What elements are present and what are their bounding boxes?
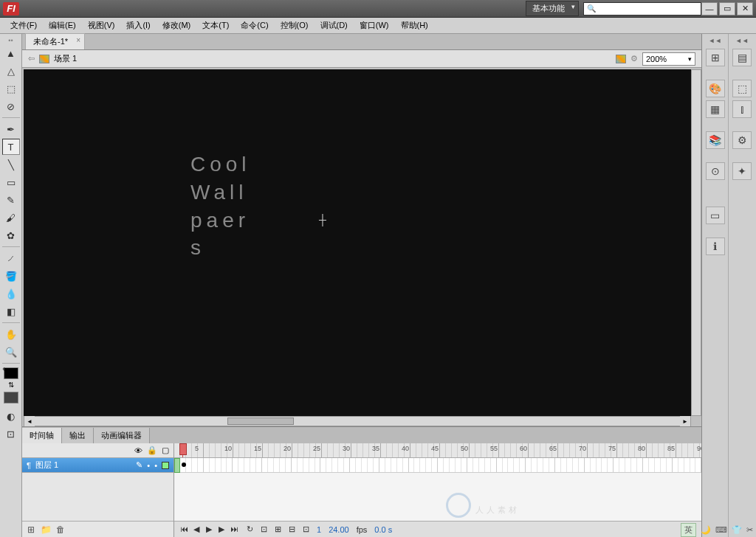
close-button[interactable]: ✕: [737, 2, 753, 15]
chevron-left-icon[interactable]: ◄◄: [729, 37, 755, 46]
text-tool[interactable]: T: [2, 139, 20, 155]
align-panel-icon[interactable]: ⫿: [732, 100, 752, 118]
ime-indicator[interactable]: 英: [681, 523, 696, 537]
minimize-button[interactable]: —: [701, 2, 718, 15]
menu-file[interactable]: 文件(F): [4, 18, 43, 32]
rectangle-tool[interactable]: ▭: [2, 174, 20, 190]
tray-icon[interactable]: ⌨: [715, 525, 727, 535]
onion-outlines-icon[interactable]: ⊞: [275, 524, 281, 534]
swatches-panel-icon[interactable]: ▦: [706, 100, 725, 118]
eyedropper-tool[interactable]: 💧: [2, 285, 20, 302]
close-icon[interactable]: ×: [76, 36, 80, 44]
menu-view[interactable]: 视图(V): [82, 18, 121, 32]
toolbox-handle[interactable]: ••: [8, 37, 13, 44]
menu-edit[interactable]: 编辑(E): [43, 18, 82, 32]
edit-symbols-icon[interactable]: ⚙: [630, 54, 638, 63]
selection-tool[interactable]: ▲: [2, 45, 20, 61]
scroll-left-icon[interactable]: ◄: [24, 416, 35, 426]
text-cursor-icon: ┼: [319, 214, 326, 226]
vertical-scrollbar[interactable]: [691, 69, 701, 416]
new-layer-icon[interactable]: ⊞: [25, 524, 37, 535]
fill-color-swatch[interactable]: [4, 392, 18, 403]
info-panel-icon[interactable]: ℹ: [706, 238, 725, 255]
black-white-icon[interactable]: ◐: [2, 408, 20, 424]
visibility-header-icon[interactable]: 👁: [134, 446, 142, 455]
color-panel-icon[interactable]: 🎨: [706, 80, 725, 97]
zoom-tool[interactable]: 🔍: [2, 344, 20, 360]
loop-icon[interactable]: ↻: [247, 524, 253, 534]
timeline-ruler[interactable]: 51015202530354045505560657075808590: [174, 443, 701, 458]
layer-name[interactable]: 图层 1: [35, 460, 58, 471]
workspace-dropdown[interactable]: 基本功能: [526, 1, 579, 16]
line-tool[interactable]: ╲: [2, 156, 20, 173]
scroll-right-icon[interactable]: ►: [680, 416, 690, 426]
tab-output[interactable]: 输出: [62, 428, 94, 443]
tab-motion-editor[interactable]: 动画编辑器: [94, 428, 150, 443]
center-frame-icon[interactable]: ⊡: [303, 524, 309, 534]
components-panel-icon[interactable]: ⚙: [732, 131, 752, 149]
menu-insert[interactable]: 插入(I): [120, 18, 156, 32]
tab-timeline[interactable]: 时间轴: [22, 428, 62, 443]
scrollbar-thumb[interactable]: [227, 418, 294, 425]
eraser-tool[interactable]: ◧: [2, 303, 20, 319]
hand-tool[interactable]: ✋: [2, 326, 20, 342]
maximize-button[interactable]: ▭: [719, 2, 735, 15]
transform-panel-icon[interactable]: ⬚: [732, 80, 752, 97]
new-folder-icon[interactable]: 📁: [40, 524, 52, 535]
horizontal-scrollbar[interactable]: ◄ ►: [24, 416, 691, 426]
outline-header-icon[interactable]: ▢: [162, 446, 169, 455]
search-input[interactable]: [599, 4, 698, 13]
menu-window[interactable]: 窗口(W): [354, 18, 395, 32]
deco-tool[interactable]: ✿: [2, 227, 20, 243]
delete-layer-icon[interactable]: 🗑: [55, 524, 66, 535]
menu-commands[interactable]: 命令(C): [235, 18, 274, 32]
properties-panel-icon[interactable]: ⊞: [706, 49, 725, 66]
outline-toggle[interactable]: [162, 462, 169, 469]
lasso-tool[interactable]: ⊘: [2, 98, 20, 114]
frames-row[interactable]: [174, 458, 701, 473]
project-panel-icon[interactable]: ▭: [706, 207, 725, 224]
menu-debug[interactable]: 调试(D): [315, 18, 354, 32]
stroke-color-swatch[interactable]: ✎: [4, 367, 18, 379]
snap-tool[interactable]: ⊡: [2, 426, 20, 442]
keyframe[interactable]: [174, 458, 180, 473]
menu-control[interactable]: 控制(O): [275, 18, 315, 32]
tray-icon[interactable]: 👕: [732, 525, 742, 535]
stage-text[interactable]: Cool Wall paer s: [190, 150, 251, 262]
tray-icon[interactable]: ✂: [746, 525, 753, 535]
pencil-tool[interactable]: ✎: [2, 192, 20, 208]
library-panel-icon[interactable]: 📚: [706, 131, 725, 149]
paint-bucket-tool[interactable]: 🪣: [2, 268, 20, 284]
tray-icon[interactable]: 🌙: [701, 525, 711, 535]
chevron-left-icon[interactable]: ◄◄: [702, 37, 728, 46]
play-icon[interactable]: ▶: [204, 524, 214, 534]
back-arrow-icon[interactable]: ⇦: [28, 54, 35, 63]
brush-tool[interactable]: 🖌: [2, 209, 20, 226]
zoom-dropdown[interactable]: 200%: [642, 52, 695, 66]
first-frame-icon[interactable]: ⏮: [179, 524, 189, 534]
scene-label[interactable]: 场景 1: [54, 53, 77, 64]
document-tab[interactable]: 未命名-1* ×: [25, 33, 85, 49]
bone-tool[interactable]: ⟋: [2, 250, 20, 266]
stage[interactable]: Cool Wall paer s ┼: [24, 69, 691, 416]
layer-controls: ⊞ 📁 🗑: [22, 521, 173, 537]
swap-colors-icon[interactable]: ⇅: [8, 381, 14, 389]
layer-row[interactable]: ¶ 图层 1 ✎ • •: [22, 458, 173, 473]
lock-header-icon[interactable]: 🔒: [147, 446, 157, 455]
search-box[interactable]: 🔍: [583, 2, 701, 15]
pen-tool[interactable]: ✒: [2, 121, 20, 137]
free-transform-tool[interactable]: ⬚: [2, 80, 20, 97]
motion-presets-icon[interactable]: ✦: [732, 162, 752, 180]
prev-frame-icon[interactable]: ◀: [191, 524, 202, 534]
small-panel-icon[interactable]: ⊙: [706, 162, 725, 180]
subselection-tool[interactable]: △: [2, 63, 20, 79]
next-frame-icon[interactable]: ▶: [216, 524, 227, 534]
onion-skin-icon[interactable]: ⊡: [261, 524, 267, 534]
last-frame-icon[interactable]: ⏭: [229, 524, 239, 534]
menu-help[interactable]: 帮助(H): [395, 18, 434, 32]
menu-text[interactable]: 文本(T): [196, 18, 235, 32]
edit-scene-icon[interactable]: [616, 55, 626, 63]
panel-icon-1[interactable]: ▤: [732, 49, 752, 66]
edit-multiple-icon[interactable]: ⊟: [289, 524, 295, 534]
menu-modify[interactable]: 修改(M): [157, 18, 197, 32]
